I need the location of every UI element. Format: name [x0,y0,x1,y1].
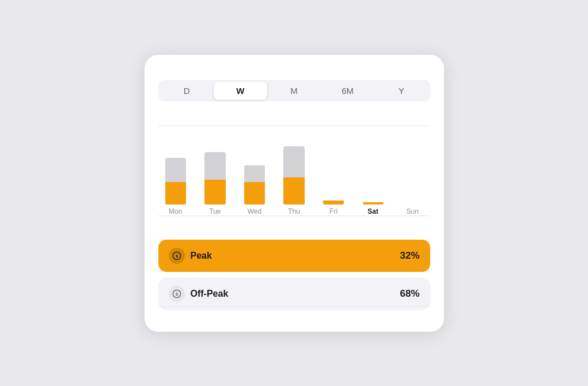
legend-left: $ Peak [169,248,212,264]
tab-week[interactable]: W [214,82,267,100]
bar-wrapper [237,165,272,205]
svg-text:$: $ [175,253,177,258]
tab-year[interactable]: Y [374,82,428,100]
bar-col[interactable]: Mon [158,126,194,215]
tab-sixmonth[interactable]: 6M [321,82,374,100]
bar-total [204,152,225,205]
legend-left: $ Off-Peak [169,286,229,302]
bar-day-label: Mon [169,207,182,215]
legend-pct-offpeak: 68% [400,288,419,300]
legend-pct-peak: 32% [400,250,419,262]
bar-col[interactable]: Wed [237,126,272,215]
svg-text:$: $ [175,291,177,296]
bar-day-label: Thu [288,207,300,215]
legend-name-offpeak: Off-Peak [191,289,229,299]
offpeak-icon: $ [169,286,185,302]
bar-wrapper [198,152,233,205]
time-period-tabs: DWM6MY [158,80,430,101]
legend-name-peak: Peak [191,251,212,261]
bar-day-label: Wed [248,207,261,215]
legend-container: $ Peak32% $ Off-Peak68% [158,240,430,310]
bar-wrapper [276,146,312,205]
bar-total [244,165,265,205]
bar-peak [363,202,384,205]
bar-peak [244,182,265,205]
bar-peak [204,180,225,205]
bar-col[interactable]: Fri [316,126,351,215]
bar-total [165,158,186,205]
electricity-usage-card: DWM6MY MonTueWedThuFriSatSun $ Peak32% [145,55,444,332]
bar-day-label: Tue [209,207,221,215]
tab-month[interactable]: M [267,82,321,100]
bar-peak [323,200,344,205]
bar-total [323,200,344,205]
bar-peak [283,177,304,205]
legend-row-peak[interactable]: $ Peak32% [158,240,430,272]
bar-total [283,146,304,205]
bar-col[interactable]: Tue [198,126,233,215]
stats-row [158,114,430,115]
bar-wrapper [316,200,351,205]
tab-day[interactable]: D [160,82,214,100]
bar-day-label: Fri [329,207,337,215]
bar-col[interactable]: Sun [395,126,430,215]
peak-icon: $ [169,248,185,264]
bar-wrapper [158,158,194,205]
bar-col[interactable]: Thu [276,126,312,215]
bars-container: MonTueWedThuFriSatSun [158,126,430,229]
legend-row-offpeak[interactable]: $ Off-Peak68% [158,278,430,310]
bar-wrapper [355,202,390,205]
bar-day-label: Sun [407,207,419,215]
bar-peak [165,182,186,205]
bar-total [363,202,384,205]
bar-chart: MonTueWedThuFriSatSun [158,126,430,229]
bar-col[interactable]: Sat [355,126,390,215]
bar-day-label: Sat [367,207,378,215]
